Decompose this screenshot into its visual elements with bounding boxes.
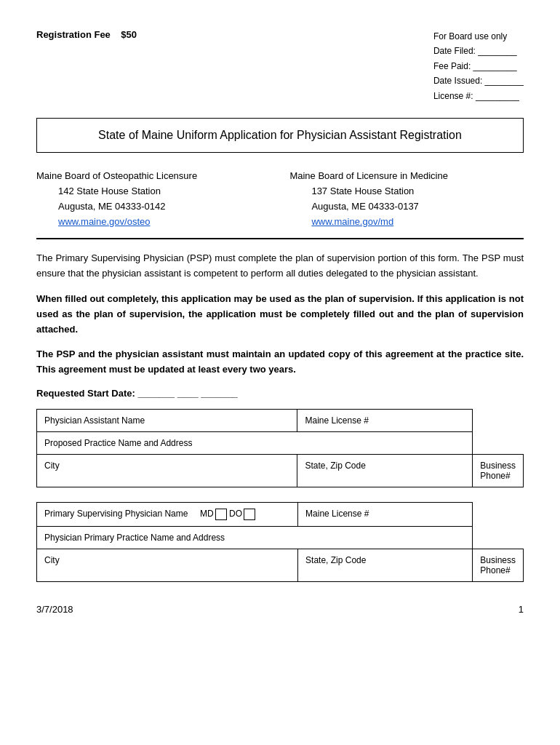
reg-fee-label: Registration Fee — [36, 29, 111, 40]
para2: When filled out completely, this applica… — [36, 292, 524, 337]
start-date-label: Requested Start Date: — [36, 388, 135, 399]
start-date-blank3: _______ — [201, 388, 238, 399]
do-label: DO — [229, 509, 242, 519]
addresses-section: Maine Board of Osteopathic Licensure 142… — [36, 170, 524, 229]
address-left: Maine Board of Osteopathic Licensure 142… — [36, 170, 271, 229]
table-row: Physician Primary Practice Name and Addr… — [37, 526, 524, 549]
pa-name-cell: Physician Assistant Name — [37, 409, 297, 431]
footer: 3/7/2018 1 — [36, 604, 524, 615]
board-use-section: For Board use only Date Filed: ________ … — [433, 29, 524, 103]
pa-license-cell: Maine License # — [297, 409, 473, 431]
date-filed: Date Filed: ________ — [433, 44, 524, 58]
start-date-section: Requested Start Date: _______ ____ _____… — [36, 388, 524, 399]
form-title: State of Maine Uniform Application for P… — [36, 118, 524, 153]
date-issued: Date Issued: ________ — [433, 73, 524, 88]
md-checkbox[interactable] — [215, 509, 227, 520]
link-osteo[interactable]: www.maine.gov/osteo — [58, 216, 150, 227]
state-zip-cell-1: State, Zip Code — [297, 454, 473, 487]
table-row: City State, Zip Code Business Phone# — [37, 549, 524, 581]
start-date-blank1: _______ — [137, 388, 175, 399]
md-label: MD — [200, 509, 214, 519]
state-zip-cell-2: State, Zip Code — [298, 549, 473, 581]
start-date-blank2: ____ — [177, 388, 199, 399]
psp-practice-name-cell: Physician Primary Practice Name and Addr… — [37, 526, 473, 549]
registration-fee: Registration Fee $50 — [36, 29, 137, 103]
do-checkbox[interactable] — [244, 509, 255, 520]
practice-name-cell: Proposed Practice Name and Address — [37, 431, 473, 454]
physician-assistant-table: Physician Assistant Name Maine License #… — [36, 409, 524, 487]
supervising-physician-table: Primary Supervising Physician Name MD DO… — [36, 502, 524, 582]
license-number: License #: _________ — [433, 89, 524, 103]
phone-cell-1: Business Phone# — [473, 454, 524, 487]
table-row: Proposed Practice Name and Address — [37, 431, 524, 454]
board-use-title: For Board use only — [433, 29, 524, 44]
address-right: Maine Board of Licensure in Medicine 137… — [289, 170, 524, 229]
link-md[interactable]: www.maine.gov/md — [311, 216, 393, 227]
footer-page: 1 — [519, 604, 524, 615]
org-right: Maine Board of Licensure in Medicine — [289, 170, 524, 181]
psp-license-cell: Maine License # — [298, 502, 473, 526]
reg-fee-value: $50 — [121, 29, 137, 40]
phone-cell-2: Business Phone# — [473, 549, 524, 581]
address-left-detail: 142 State House Station Augusta, ME 0433… — [58, 184, 271, 229]
city-cell-1: City — [37, 454, 297, 487]
table-row: Primary Supervising Physician Name MD DO… — [37, 502, 524, 526]
header: Registration Fee $50 For Board use only … — [36, 29, 524, 103]
table-row: City State, Zip Code Business Phone# — [37, 454, 524, 487]
footer-date: 3/7/2018 — [36, 604, 73, 615]
fee-paid: Fee Paid: _________ — [433, 59, 524, 73]
org-left: Maine Board of Osteopathic Licensure — [36, 170, 271, 181]
section-divider — [36, 238, 524, 239]
address-right-detail: 137 State House Station Augusta, ME 0433… — [311, 184, 524, 229]
psp-name-cell: Primary Supervising Physician Name MD DO — [37, 502, 298, 526]
table-row: Physician Assistant Name Maine License # — [37, 409, 524, 431]
para1: The Primary Supervising Physician (PSP) … — [36, 251, 524, 282]
city-cell-2: City — [37, 549, 298, 581]
para3: The PSP and the physician assistant must… — [36, 347, 524, 378]
